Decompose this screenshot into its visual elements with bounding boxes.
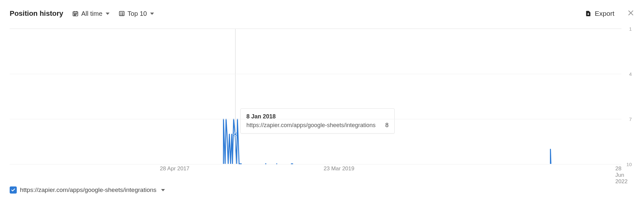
y-axis-label: 1	[629, 26, 632, 32]
chevron-down-icon	[161, 189, 165, 191]
chart-gridline	[10, 29, 621, 29]
download-file-icon	[585, 10, 591, 17]
x-axis-label: 23 Mar 2019	[324, 165, 354, 172]
chart-gridline	[10, 74, 621, 74]
close-icon	[627, 9, 634, 16]
svg-point-4	[74, 14, 75, 15]
panel-title: Position history	[10, 9, 63, 18]
check-icon	[11, 188, 15, 192]
rank-filter-label: Top 10	[128, 10, 147, 17]
svg-rect-10	[120, 13, 121, 13]
export-button[interactable]: Export	[585, 10, 614, 17]
x-axis-label: 28 Jun 2022	[615, 165, 628, 185]
chevron-down-icon	[106, 13, 110, 15]
time-filter-label: All time	[81, 10, 102, 17]
chart-crosshair	[235, 29, 235, 164]
chart-hover-marker	[234, 133, 237, 136]
y-axis-label: 4	[629, 71, 632, 77]
svg-rect-11	[121, 13, 123, 13]
chart-tooltip: 8 Jan 2018 https://zapier.com/apps/googl…	[240, 108, 395, 134]
svg-point-5	[75, 14, 76, 15]
svg-point-6	[76, 14, 77, 15]
x-axis-label: 28 Apr 2017	[160, 165, 189, 172]
close-button[interactable]	[627, 8, 634, 19]
chart-gridline	[10, 164, 621, 165]
svg-rect-14	[120, 15, 121, 15]
chevron-down-icon	[150, 13, 154, 15]
list-icon	[119, 10, 125, 17]
legend-item[interactable]: https://zapier.com/apps/google-sheets/in…	[10, 186, 165, 194]
calendar-icon	[72, 10, 79, 17]
y-axis-label: 7	[629, 116, 632, 122]
legend-label: https://zapier.com/apps/google-sheets/in…	[20, 186, 157, 194]
svg-point-8	[75, 15, 76, 15]
tooltip-value: 8	[385, 122, 389, 129]
position-chart[interactable]: 8 Jan 2018 https://zapier.com/apps/googl…	[10, 28, 634, 167]
svg-rect-12	[120, 14, 121, 14]
svg-rect-15	[121, 15, 123, 15]
header-bar: Position history All time Top 10 Export	[0, 0, 644, 22]
export-label: Export	[595, 10, 614, 17]
chart-gridline	[10, 119, 621, 119]
time-filter[interactable]: All time	[72, 10, 110, 17]
rank-filter[interactable]: Top 10	[119, 10, 154, 17]
tooltip-url: https://zapier.com/apps/google-sheets/in…	[246, 122, 376, 129]
legend-checkbox[interactable]	[10, 186, 17, 194]
svg-point-7	[74, 15, 75, 15]
svg-rect-13	[121, 14, 123, 14]
